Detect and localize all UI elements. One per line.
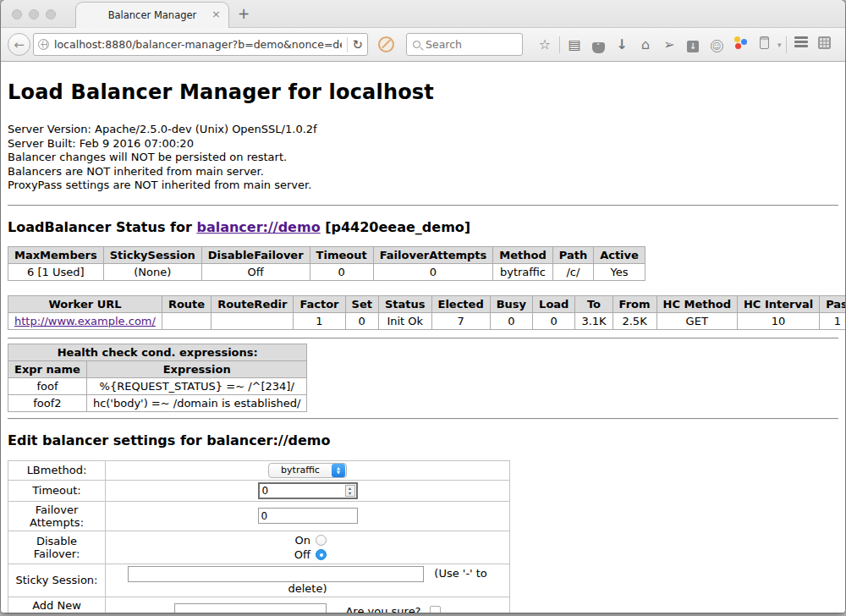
- browser-window: Balancer Manager × + ← localhost:8880/ba…: [1, 0, 845, 613]
- balancer-header-row: MaxMembers StickySession DisableFailover…: [8, 246, 645, 263]
- pocket-icon[interactable]: ˅: [586, 33, 610, 57]
- toolbar-divider-2: [786, 36, 787, 53]
- lbmethod-label: LBmethod:: [8, 460, 106, 480]
- tab-close-icon[interactable]: ×: [212, 8, 221, 19]
- home-icon[interactable]: ⌂: [634, 33, 657, 57]
- back-icon: ←: [14, 37, 25, 52]
- proxypass-inherit-line: ProxyPass settings are NOT inherited fro…: [8, 179, 838, 193]
- zoom-window-button[interactable]: [46, 9, 56, 19]
- sticky-session-label: Sticky Session:: [8, 564, 106, 597]
- url-bar[interactable]: localhost:8880/balancer-manager?b=demo&n…: [33, 33, 368, 56]
- are-you-sure-label: Are you sure?: [345, 605, 420, 613]
- timeout-input[interactable]: [258, 482, 358, 499]
- back-button[interactable]: ←: [8, 33, 30, 56]
- send-icon[interactable]: ➢: [657, 33, 681, 57]
- health-check-table: Health check cond. expressions: Expr nam…: [8, 344, 307, 412]
- new-tab-button[interactable]: +: [238, 5, 250, 22]
- timeout-row: Timeout: ▴▾: [8, 480, 510, 501]
- clipboard-icon[interactable]: ▤: [563, 33, 586, 57]
- search-input[interactable]: [426, 38, 510, 51]
- close-window-button[interactable]: [12, 9, 22, 19]
- loadbalancer-status-heading: LoadBalancer Status for balancer://demo …: [8, 219, 838, 235]
- add-worker-input[interactable]: [174, 603, 327, 613]
- lbmethod-selected-value: bytraffic: [269, 465, 332, 476]
- balancer-value-row: 6 [1 Used] (None) Off 0 0 bytraffic /c/ …: [8, 263, 645, 280]
- add-worker-label: Add New Worker:: [8, 597, 106, 613]
- tab-strip: Balancer Manager × +: [1, 0, 845, 28]
- content-blocked-icon[interactable]: [378, 36, 394, 52]
- number-spinner-icon[interactable]: ▴▾: [345, 485, 355, 497]
- disable-failover-on-radio[interactable]: [316, 535, 327, 546]
- worker-url-link[interactable]: http://www.example.com/: [14, 315, 156, 327]
- are-you-sure-checkbox[interactable]: [430, 606, 441, 613]
- failover-attempts-row: Failover Attempts:: [8, 501, 510, 531]
- minimize-window-button[interactable]: [29, 9, 39, 19]
- server-built-line: Server Built: Feb 9 2016 07:00:20: [8, 137, 838, 151]
- balancer-status-table: MaxMembers StickySession DisableFailover…: [8, 246, 645, 281]
- persist-warning-line: Balancer changes will NOT be persisted o…: [8, 151, 838, 165]
- reload-button[interactable]: ↻: [352, 37, 363, 52]
- grid-extension-icon[interactable]: [813, 33, 837, 57]
- lbmethod-select[interactable]: bytraffic ▲▼: [268, 463, 347, 478]
- balancers-inherit-line: Balancers are NOT inherited from main se…: [8, 165, 838, 179]
- page-content: Load Balancer Manager for localhost Serv…: [1, 62, 845, 613]
- toolbar-divider: [559, 36, 560, 53]
- chevron-down-icon[interactable]: ▾: [776, 41, 783, 49]
- health-header-row: Expr name Expression: [8, 360, 307, 377]
- worker-value-row: http://www.example.com/ 1 0 Init Ok 7 0 …: [8, 312, 846, 329]
- colored-dots-extension-icon[interactable]: [728, 33, 752, 57]
- sticky-session-input[interactable]: [128, 566, 424, 582]
- radio-on-label: On: [288, 533, 310, 547]
- extension-download-icon[interactable]: ↓: [681, 33, 705, 57]
- divider: [8, 205, 838, 206]
- disable-failover-row: Disable Failover: On Off: [8, 531, 510, 564]
- menu-hamburger-icon[interactable]: [789, 33, 813, 57]
- timeout-label: Timeout:: [8, 480, 106, 501]
- worker-table: Worker URL Route RouteRedir Factor Set S…: [8, 295, 845, 330]
- disable-failover-label: Disable Failover:: [8, 531, 106, 564]
- search-bar[interactable]: [406, 33, 523, 56]
- add-worker-row: Add New Worker: Are you sure?: [8, 597, 510, 613]
- globe-icon: [38, 39, 49, 50]
- search-icon: [413, 41, 420, 48]
- window-controls[interactable]: [12, 9, 56, 19]
- divider: [8, 418, 838, 420]
- edit-settings-heading: Edit balancer settings for balancer://de…: [8, 432, 838, 448]
- page-title: Load Balancer Manager for localhost: [8, 80, 838, 104]
- health-row-foof: foof %{REQUEST_STATUS} =~ /^[234]/: [8, 377, 307, 394]
- tab-title: Balancer Manager: [108, 9, 197, 21]
- server-version-line: Server Version: Apache/2.5.0-dev (Unix) …: [8, 123, 838, 137]
- server-info: Server Version: Apache/2.5.0-dev (Unix) …: [8, 123, 838, 193]
- balancer-demo-link[interactable]: balancer://demo: [196, 219, 320, 235]
- health-caption: Health check cond. expressions:: [8, 344, 307, 360]
- downloads-icon[interactable]: ↓: [610, 33, 634, 57]
- feedback-smiley-icon[interactable]: ☺: [705, 33, 728, 57]
- bookmark-star-icon[interactable]: ☆: [533, 33, 557, 57]
- divider: [8, 338, 838, 339]
- lbmethod-row: LBmethod: bytraffic ▲▼: [8, 460, 510, 480]
- health-caption-row: Health check cond. expressions:: [8, 344, 307, 360]
- edit-balancer-form: LBmethod: bytraffic ▲▼ Timeout: ▴▾: [8, 460, 510, 613]
- failover-attempts-label: Failover Attempts:: [8, 501, 106, 531]
- health-row-foof2: foof2 hc('body') =~ /domain is establish…: [8, 394, 307, 411]
- failover-attempts-input[interactable]: [258, 508, 358, 524]
- toolbar-icons: ☆ ▤ ˅ ↓ ⌂ ➢ ↓ ☺ ▾: [533, 33, 837, 57]
- url-divider: [347, 37, 348, 52]
- url-text[interactable]: localhost:8880/balancer-manager?b=demo&n…: [54, 38, 342, 51]
- sticky-session-row: Sticky Session: (Use '-' to delete): [8, 564, 510, 597]
- worker-header-row: Worker URL Route RouteRedir Factor Set S…: [8, 295, 846, 312]
- disable-failover-off-radio[interactable]: [316, 549, 327, 560]
- radio-off-label: Off: [288, 547, 310, 562]
- tab-balancer-manager[interactable]: Balancer Manager ×: [75, 2, 229, 28]
- navigation-toolbar: ← localhost:8880/balancer-manager?b=demo…: [1, 28, 845, 62]
- select-stepper-icon: ▲▼: [332, 464, 345, 477]
- battery-extension-icon[interactable]: [752, 33, 776, 57]
